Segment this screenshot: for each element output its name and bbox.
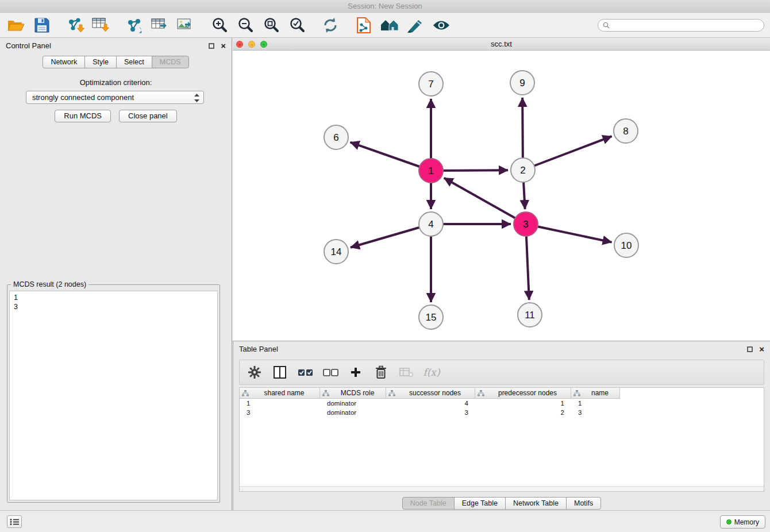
deselect-all-button[interactable] bbox=[322, 364, 338, 380]
edge-1-6[interactable] bbox=[351, 142, 431, 171]
optimization-criterion-select[interactable]: strongly connected component bbox=[26, 91, 204, 104]
svg-text:8: 8 bbox=[623, 126, 628, 137]
delete-table-button[interactable] bbox=[398, 364, 414, 380]
column-header-predecessor-nodes[interactable]: predecessor nodes bbox=[475, 388, 571, 399]
minimize-window-icon[interactable]: − bbox=[248, 41, 255, 48]
close-table-panel-icon[interactable]: × bbox=[759, 346, 764, 353]
select-all-icon bbox=[298, 368, 313, 377]
save-session-button[interactable] bbox=[32, 15, 52, 36]
table-cell[interactable]: 2 bbox=[475, 408, 571, 417]
node-15[interactable]: 15 bbox=[419, 305, 443, 329]
tab-select[interactable]: Select bbox=[116, 56, 152, 68]
table-settings-button[interactable] bbox=[247, 364, 263, 380]
node-3[interactable]: 3 bbox=[514, 212, 538, 236]
fx-icon: f(x) bbox=[423, 367, 440, 378]
node-2[interactable]: 2 bbox=[511, 158, 535, 182]
houses-button[interactable] bbox=[379, 15, 400, 36]
import-table-button[interactable] bbox=[91, 15, 111, 36]
close-panel-button[interactable]: Close panel bbox=[119, 110, 177, 122]
svg-text:15: 15 bbox=[426, 312, 437, 323]
close-window-icon[interactable]: × bbox=[236, 41, 243, 48]
attribute-type-icon bbox=[478, 390, 484, 396]
node-6[interactable]: 6 bbox=[324, 125, 348, 149]
select-all-button[interactable] bbox=[297, 364, 313, 380]
tab-style[interactable]: Style bbox=[84, 56, 117, 68]
edge-2-8[interactable] bbox=[523, 136, 612, 170]
svg-text:14: 14 bbox=[331, 246, 342, 257]
node-9[interactable]: 9 bbox=[510, 71, 534, 95]
table-cell[interactable]: dominator bbox=[320, 408, 386, 417]
add-column-button[interactable] bbox=[348, 364, 364, 380]
annotation-button[interactable] bbox=[405, 15, 426, 36]
zoom-in-button[interactable] bbox=[209, 15, 230, 36]
table-cell[interactable]: 4 bbox=[386, 399, 475, 408]
table-cell[interactable]: dominator bbox=[320, 399, 386, 408]
node-11[interactable]: 11 bbox=[518, 303, 542, 327]
mcds-result-text[interactable]: 1 3 bbox=[9, 291, 218, 500]
table-row[interactable]: 3dominator323 bbox=[240, 408, 764, 417]
tab-network-table[interactable]: Network Table bbox=[505, 497, 567, 510]
memory-button[interactable]: Memory bbox=[720, 515, 765, 529]
table-cell[interactable]: 3 bbox=[386, 408, 475, 417]
zoom-out-icon bbox=[237, 17, 254, 34]
task-history-button[interactable] bbox=[7, 515, 22, 528]
column-header-shared-name[interactable]: shared name bbox=[240, 388, 320, 399]
svg-text:3: 3 bbox=[523, 219, 528, 230]
tab-mcds[interactable]: MCDS bbox=[152, 56, 189, 68]
network-canvas[interactable]: 7968124314101511 bbox=[233, 51, 770, 341]
edge-3-1[interactable] bbox=[444, 178, 526, 224]
network-title: scc.txt bbox=[491, 40, 512, 48]
node-10[interactable]: 10 bbox=[614, 233, 638, 257]
zoom-fit-button[interactable] bbox=[261, 15, 282, 36]
horizontal-scrollbar[interactable] bbox=[240, 486, 764, 491]
delete-table-icon bbox=[399, 367, 414, 377]
node-14[interactable]: 14 bbox=[324, 240, 348, 264]
node-7[interactable]: 7 bbox=[419, 72, 443, 96]
search-input[interactable] bbox=[613, 21, 759, 29]
tab-motifs[interactable]: Motifs bbox=[566, 497, 601, 510]
delete-column-button[interactable] bbox=[373, 364, 389, 380]
table-cell[interactable]: 1 bbox=[475, 399, 571, 408]
column-header-MCDS-role[interactable]: MCDS role bbox=[320, 388, 386, 399]
control-panel-tabs: NetworkStyleSelectMCDS bbox=[0, 56, 232, 68]
zoom-window-icon[interactable]: + bbox=[260, 41, 267, 48]
show-columns-button[interactable] bbox=[272, 364, 288, 380]
table-panel-tabs: Node TableEdge TableNetwork TableMotifs bbox=[233, 497, 770, 510]
function-builder-button[interactable]: f(x) bbox=[424, 364, 440, 380]
node-4[interactable]: 4 bbox=[419, 212, 443, 236]
table-row[interactable]: 1dominator411 bbox=[240, 399, 764, 408]
tab-network[interactable]: Network bbox=[43, 56, 85, 68]
new-network-button[interactable] bbox=[124, 15, 145, 36]
table-cell[interactable]: 3 bbox=[571, 408, 620, 417]
search-icon bbox=[603, 22, 610, 29]
tab-edge-table[interactable]: Edge Table bbox=[454, 497, 506, 510]
close-panel-icon[interactable]: × bbox=[221, 43, 226, 49]
float-panel-icon[interactable] bbox=[208, 43, 215, 49]
tab-node-table[interactable]: Node Table bbox=[402, 497, 455, 510]
share-document-button[interactable] bbox=[353, 15, 374, 36]
network-graph[interactable]: 7968124314101511 bbox=[233, 51, 770, 341]
zoom-in-icon bbox=[211, 17, 228, 34]
edge-3-10[interactable] bbox=[526, 224, 612, 242]
column-header-name[interactable]: name bbox=[571, 388, 620, 399]
table-cell[interactable]: 1 bbox=[571, 399, 620, 408]
export-table-button[interactable] bbox=[150, 15, 171, 36]
zoom-selected-button[interactable] bbox=[287, 15, 307, 36]
table-cell[interactable]: 1 bbox=[240, 399, 320, 408]
table-cell[interactable]: 3 bbox=[240, 408, 320, 417]
export-image-button[interactable] bbox=[176, 15, 197, 36]
eye-button[interactable] bbox=[431, 15, 452, 36]
select-arrows-icon bbox=[194, 94, 199, 106]
open-session-button[interactable] bbox=[6, 15, 26, 36]
float-table-panel-icon[interactable] bbox=[746, 346, 753, 353]
svg-text:7: 7 bbox=[428, 79, 433, 90]
export-table-icon bbox=[151, 17, 170, 34]
run-mcds-button[interactable]: Run MCDS bbox=[55, 110, 111, 122]
node-8[interactable]: 8 bbox=[614, 119, 638, 143]
optimization-criterion-label: Optimization criterion: bbox=[0, 78, 232, 87]
apply-layout-button[interactable] bbox=[320, 15, 341, 36]
column-header-successor-nodes[interactable]: successor nodes bbox=[386, 388, 475, 399]
node-1[interactable]: 1 bbox=[419, 159, 443, 183]
import-network-button[interactable] bbox=[65, 15, 86, 36]
zoom-out-button[interactable] bbox=[235, 15, 256, 36]
